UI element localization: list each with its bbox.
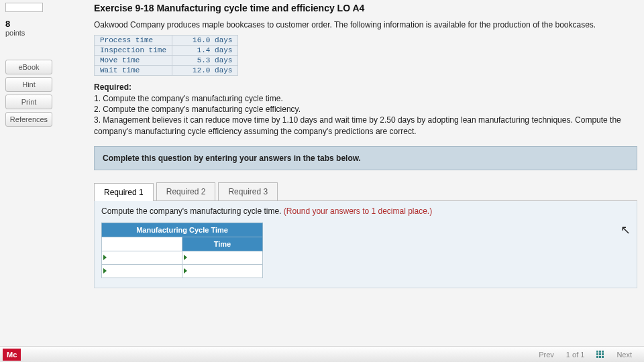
footer-nav: Mc Prev 1 of 1 Next [0, 346, 644, 362]
mct-value-cell-2[interactable] [182, 264, 263, 278]
answer-tabs: Required 1 Required 2 Required 3 [94, 182, 637, 201]
tab-required-2[interactable]: Required 2 [156, 182, 216, 200]
print-button[interactable]: Print [5, 95, 52, 109]
required-list: 1. Compute the company's manufacturing c… [94, 93, 637, 137]
table-row: Inspection time1.4 days [95, 46, 238, 56]
mct-label-cell-2[interactable] [102, 264, 182, 278]
references-button[interactable]: References [5, 112, 52, 127]
mct-header: Manufacturing Cycle Time [102, 223, 263, 237]
mct-label-cell-1[interactable] [102, 251, 182, 264]
table-row: Move time5.3 days [95, 56, 238, 66]
cursor-icon: ↖ [621, 223, 631, 237]
table-row: Wait time12.0 days [95, 66, 238, 76]
mct-table: Manufacturing Cycle Time Time [101, 223, 263, 278]
list-item: 1. Compute the company's manufacturing c… [94, 93, 637, 104]
ebook-button[interactable]: eBook [5, 60, 52, 74]
mct-value-cell-1[interactable] [182, 251, 263, 264]
exercise-intro: Oakwood Company produces maple bookcases… [94, 20, 637, 29]
next-button[interactable]: Next [616, 351, 632, 359]
question-number-box [5, 3, 43, 12]
required-heading: Required: [94, 82, 637, 92]
exercise-title: Exercise 9-18 Manufacturing cycle time a… [94, 3, 637, 13]
hint-button[interactable]: Hint [5, 77, 52, 92]
tab-required-1[interactable]: Required 1 [94, 183, 154, 201]
points: 8 points [5, 19, 75, 37]
data-table: Process time16.0 days Inspection time1.4… [94, 35, 238, 76]
list-item: 3. Management believes it can reduce mov… [94, 115, 637, 136]
list-item: 2. Compute the company's manufacturing c… [94, 104, 637, 115]
brand-badge: Mc [3, 349, 21, 361]
page-position: 1 of 1 [566, 351, 585, 359]
tab-body: Compute the company's manufacturing cycl… [94, 201, 637, 288]
grid-icon[interactable] [596, 351, 604, 359]
mct-col-time: Time [182, 237, 263, 251]
tab-prompt: Compute the company's manufacturing cycl… [101, 206, 630, 216]
table-row: Process time16.0 days [95, 36, 238, 46]
prev-button[interactable]: Prev [539, 351, 554, 359]
instruction-bar: Complete this question by entering your … [94, 146, 637, 170]
tab-required-3[interactable]: Required 3 [218, 182, 278, 200]
